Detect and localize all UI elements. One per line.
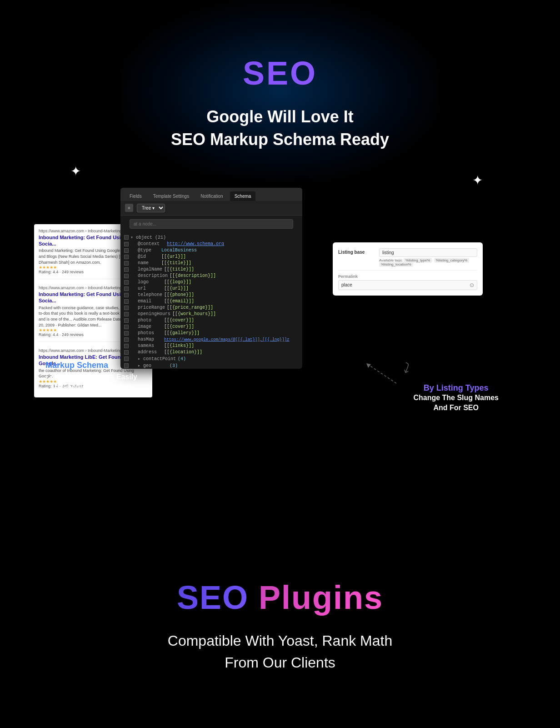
- tree-checkbox[interactable]: [124, 331, 129, 336]
- markup-schema-label: Markup Schema: [45, 361, 137, 370]
- tag-location: %listing_location%: [379, 262, 413, 267]
- seo-plugins-title: SEO Plugins: [9, 579, 551, 616]
- tree-row-logo: logo [[{logo}]]: [120, 279, 302, 286]
- permalink-input[interactable]: [341, 282, 470, 287]
- tree-checkbox[interactable]: [124, 274, 129, 278]
- tree-row-id: @id [[{url}]]: [120, 254, 302, 260]
- listing-base-content: Available tags: %listing_type% %listing_…: [379, 248, 477, 266]
- permalink-section: Permalink ⊙: [338, 274, 477, 290]
- tree-row-address: address [[{location}]]: [120, 349, 302, 356]
- tab-template-settings[interactable]: Template Settings: [149, 191, 194, 201]
- tree-row-geo: ▸ geo (3): [120, 362, 302, 369]
- tree-row-object: ▾ object (21): [120, 234, 302, 241]
- by-listing-title: By Listing Types: [413, 383, 499, 393]
- page-wrapper: SEO Google Will Love It SEO Markup Schem…: [0, 0, 560, 728]
- tree-checkbox[interactable]: [124, 337, 129, 342]
- tree-row-photos: photos [[{gallery}]]: [120, 330, 302, 336]
- screenshots-area: https://www.amazon.com › Inbound-Marketi…: [0, 188, 560, 406]
- seo-plugins-section: SEO Plugins Compatible With Yoast, Rank …: [0, 542, 560, 701]
- tree-checkbox[interactable]: [124, 350, 129, 355]
- tree-row-openinghours: openingHours [[{work_hours}]]: [120, 311, 302, 317]
- tree-row-sameas: sameAs [[{links}]]: [120, 343, 302, 349]
- plugins-word: Plugins: [259, 579, 383, 616]
- tree-checkbox[interactable]: [124, 248, 129, 253]
- schema-toolbar: + Tree ▾: [120, 201, 302, 216]
- by-listing-line1: Change The Slug Names: [413, 393, 499, 403]
- seo-title: SEO: [0, 55, 560, 92]
- by-listing-section: By Listing Types Change The Slug Names A…: [413, 383, 499, 413]
- tree-row-description: description [[{description}]]: [120, 273, 302, 279]
- listing-base-row: Listing base Available tags: %listing_ty…: [338, 248, 477, 266]
- tree-checkbox[interactable]: [124, 242, 129, 246]
- tree-row-context: @context http://www.schema.org: [120, 241, 302, 247]
- tree-checkbox[interactable]: [124, 286, 129, 291]
- headline-line1: Google Will Love It: [0, 105, 560, 128]
- tree-checkbox[interactable]: [124, 325, 129, 329]
- tree-row-type: @type LocalBusiness: [120, 247, 302, 254]
- by-listing-line2: And For SEO: [413, 403, 499, 413]
- seo-word: SEO: [177, 579, 249, 616]
- tree-checkbox[interactable]: [124, 255, 129, 259]
- permalink-label: Permalink: [338, 274, 477, 279]
- tab-fields[interactable]: Fields: [125, 191, 146, 201]
- tree-row-photo: photo [[{cover}]]: [120, 317, 302, 324]
- tag-category: %listing_category%: [434, 258, 470, 263]
- headline-line2: SEO Markup Schema Ready: [0, 128, 560, 151]
- tree-row-name: name [[{title}]]: [120, 260, 302, 266]
- schema-tabs: Fields Template Settings Notification Sc…: [120, 188, 302, 201]
- permalink-search-icon: ⊙: [470, 282, 474, 288]
- tree-row-pricerange: priceRange [[{price_range}]]: [120, 305, 302, 311]
- tree-row-hasmap: hasMap https://www.google.com/maps/@[[{.…: [120, 336, 302, 343]
- tab-notification[interactable]: Notification: [196, 191, 227, 201]
- tree-checkbox[interactable]: [124, 299, 129, 304]
- tree-checkbox[interactable]: [124, 344, 129, 348]
- add-node-button[interactable]: +: [125, 204, 133, 212]
- schema-tree: ▾ object (21) @context http://www.schema…: [120, 232, 302, 369]
- tree-row-email: email [[{email}]]: [120, 298, 302, 305]
- listing-tags: Available tags: %listing_type% %listing_…: [379, 258, 477, 266]
- dashed-curve-right: [360, 361, 405, 388]
- tab-schema[interactable]: Schema: [230, 191, 256, 201]
- tree-checkbox[interactable]: [124, 261, 129, 266]
- markup-schema-bullet: • •Provide SEO Data Easily To Google Bot…: [45, 372, 137, 392]
- seo-section: SEO Google Will Love It SEO Markup Schem…: [0, 0, 560, 179]
- tree-row-telephone: telephone [[{phone}]]: [120, 292, 302, 298]
- schema-panel: Fields Template Settings Notification Sc…: [120, 188, 302, 369]
- tree-checkbox[interactable]: [124, 306, 129, 310]
- tree-checkbox[interactable]: [124, 312, 129, 316]
- plugins-subtitle-line2: From Our Clients: [9, 652, 551, 673]
- svg-marker-1: [366, 363, 371, 368]
- listing-base-input[interactable]: [379, 248, 477, 257]
- plugins-subtitle-line1: Compatible With Yoast, Rank Math: [9, 630, 551, 652]
- tree-checkbox[interactable]: [124, 235, 129, 240]
- markup-schema-section: Markup Schema • •Provide SEO Data Easily…: [45, 361, 137, 392]
- tree-row-image: image [[{cover}]]: [120, 324, 302, 330]
- tree-row-url: url [[{url}]]: [120, 286, 302, 292]
- arrow-right-icon: ⤵: [401, 360, 413, 377]
- listing-base-label: Listing base: [338, 248, 379, 255]
- tree-checkbox[interactable]: [124, 267, 129, 272]
- markup-bullet-line1: • •Provide SEO Data Easily: [45, 372, 137, 382]
- tree-row-contactpoint: ▸ contactPoint (4): [120, 356, 302, 362]
- listing-panel: Listing base Available tags: %listing_ty…: [333, 242, 483, 296]
- tree-checkbox[interactable]: [124, 280, 129, 285]
- schema-search-input[interactable]: [130, 219, 293, 229]
- permalink-input-row: ⊙: [338, 280, 477, 290]
- markup-bullet-line2: To Google Bot Crawlers: [45, 382, 137, 392]
- tree-checkbox[interactable]: [124, 293, 129, 297]
- tree-select[interactable]: Tree ▾: [137, 204, 165, 212]
- spacer: [0, 406, 560, 542]
- tree-checkbox[interactable]: [124, 318, 129, 323]
- tree-row-legalname: legalName [[{title}]]: [120, 266, 302, 273]
